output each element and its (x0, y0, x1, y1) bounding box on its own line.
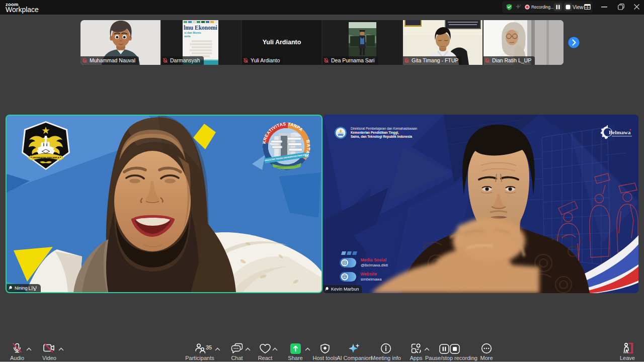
svg-text:Website: Website (361, 272, 377, 277)
svg-text:UNIVERSITAS PANCASILA: UNIVERSITAS PANCASILA (32, 156, 59, 159)
svg-text:lmu Ekonomi: lmu Ekonomi (184, 25, 218, 31)
svg-text:asila: asila (184, 35, 191, 38)
svg-text:Belmawa: Belmawa (609, 129, 631, 135)
svg-text:Sains, dan Teknologi Republik: Sains, dan Teknologi Republik Indonesia (351, 135, 412, 139)
svg-text:@Belmawa.dikti: @Belmawa.dikti (361, 263, 388, 267)
svg-text:Direktorat Pembelajaran dan Ke: Direktorat Pembelajaran dan Kemahasiswaa… (351, 127, 418, 131)
svg-text:Kementerian Pendidikan Tinggi,: Kementerian Pendidikan Tinggi, (351, 131, 399, 135)
svg-text:simbelmawa: simbelmawa (361, 277, 382, 282)
svg-text:Media Sosial: Media Sosial (361, 257, 387, 262)
svg-text:si dan Bisnis: si dan Bisnis (184, 31, 201, 34)
